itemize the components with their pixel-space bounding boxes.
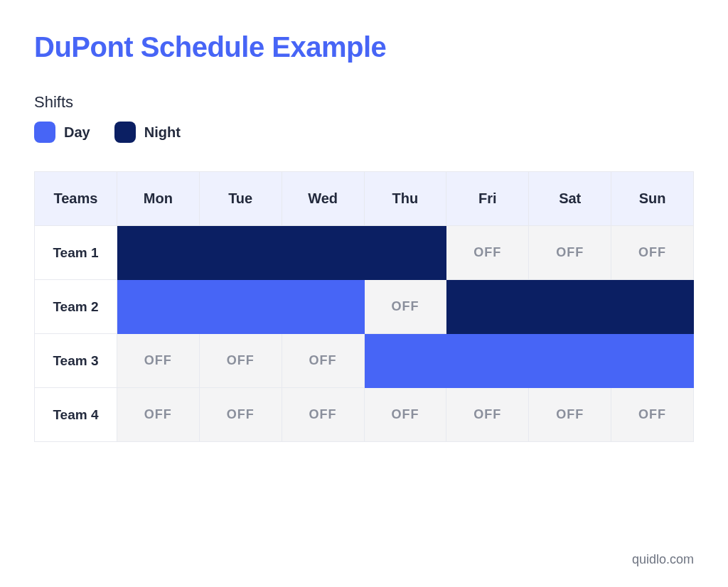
schedule-cell: OFF [529, 388, 611, 442]
schedule-cell: OFF [611, 388, 694, 442]
schedule-table: Teams Mon Tue Wed Thu Fri Sat Sun Team 1… [34, 171, 694, 442]
schedule-cell: OFF [282, 388, 364, 442]
team-name-cell: Team 4 [35, 388, 117, 442]
night-swatch [114, 122, 136, 143]
legend-item-night: Night [114, 122, 181, 143]
schedule-cell [611, 280, 694, 334]
table-row: Team 3OFFOFFOFF [35, 334, 694, 388]
legend-night-label: Night [144, 124, 181, 141]
table-day-header: Mon [117, 172, 199, 226]
schedule-cell [117, 280, 199, 334]
table-row: Team 2OFF [35, 280, 694, 334]
schedule-cell [117, 226, 199, 280]
schedule-cell [282, 226, 364, 280]
schedule-cell [529, 280, 611, 334]
schedule-cell: OFF [364, 280, 446, 334]
team-name-cell: Team 2 [35, 280, 117, 334]
schedule-cell [364, 334, 446, 388]
team-name-cell: Team 1 [35, 226, 117, 280]
team-name-cell: Team 3 [35, 334, 117, 388]
day-swatch [34, 122, 55, 143]
schedule-cell [446, 334, 529, 388]
schedule-cell [282, 280, 364, 334]
table-day-header: Tue [199, 172, 282, 226]
schedule-cell: OFF [529, 226, 611, 280]
table-row: Team 1OFFOFFOFF [35, 226, 694, 280]
schedule-cell: OFF [446, 388, 529, 442]
shifts-heading: Shifts [34, 93, 694, 112]
schedule-cell [529, 334, 611, 388]
table-corner-header: Teams [35, 172, 117, 226]
table-day-header: Sun [611, 172, 694, 226]
legend-item-day: Day [34, 122, 90, 143]
schedule-cell [446, 280, 529, 334]
page-title: DuPont Schedule Example [34, 31, 694, 63]
table-day-header: Thu [364, 172, 446, 226]
schedule-cell: OFF [199, 334, 282, 388]
schedule-tbody: Team 1OFFOFFOFFTeam 2OFFTeam 3OFFOFFOFFT… [35, 226, 694, 442]
schedule-cell [611, 334, 694, 388]
schedule-cell: OFF [199, 388, 282, 442]
schedule-cell [199, 226, 282, 280]
table-day-header: Fri [446, 172, 529, 226]
schedule-cell: OFF [611, 226, 694, 280]
schedule-cell: OFF [446, 226, 529, 280]
legend: Day Night [34, 122, 694, 143]
table-day-header: Wed [282, 172, 364, 226]
table-day-header: Sat [529, 172, 611, 226]
table-row: Team 4OFFOFFOFFOFFOFFOFFOFF [35, 388, 694, 442]
schedule-cell: OFF [117, 334, 199, 388]
schedule-cell: OFF [282, 334, 364, 388]
schedule-cell: OFF [364, 388, 446, 442]
table-header-row: Teams Mon Tue Wed Thu Fri Sat Sun [35, 172, 694, 226]
schedule-cell [199, 280, 282, 334]
attribution-text: quidlo.com [632, 552, 694, 567]
schedule-cell: OFF [117, 388, 199, 442]
legend-day-label: Day [64, 124, 90, 141]
schedule-cell [364, 226, 446, 280]
